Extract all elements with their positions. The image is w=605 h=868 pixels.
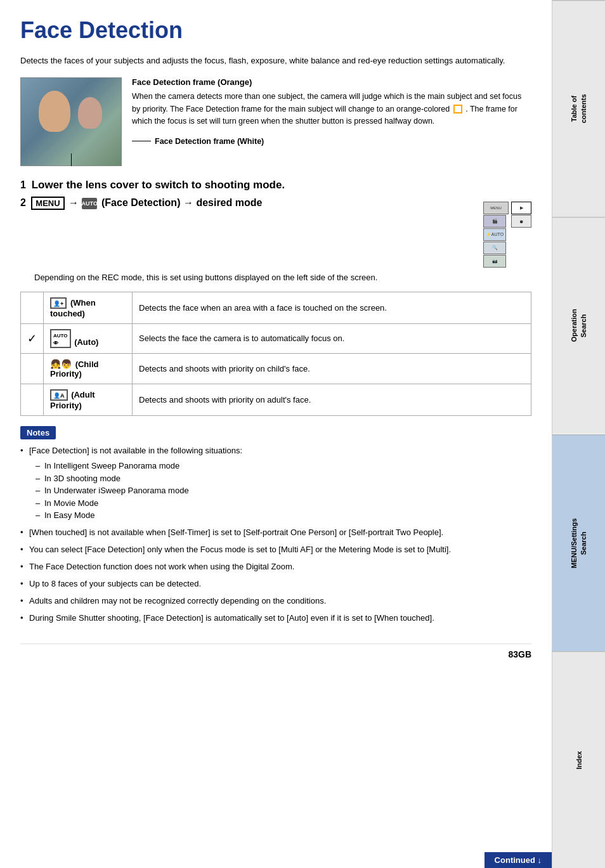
list-item: In 3D shooting mode [36,472,531,485]
continued-bar: Continued ↓ [485,852,552,868]
table-row: ✓ AUTO👁 (Auto) Selects the face the came… [21,323,531,353]
step2-number: 2 [20,197,26,208]
table-row: 👧👦 (ChildPriority) Detects and shoots wi… [21,353,531,384]
step1-number: 1 [20,179,26,190]
orange-frame-desc: Face Detection frame (Orange) When the c… [132,77,531,166]
white-frame-label: Face Detection frame (White) [155,137,264,146]
menu-button: MENU [31,197,64,210]
notes-list: [Face Detection] is not available in the… [20,444,531,625]
intro-text: Detects the faces of your subjects and a… [20,55,531,68]
page-footer: 83GB [20,644,531,659]
list-item: [Face Detection] is not available in the… [20,444,531,522]
step2: 2 MENU → AUTO👁 (Face Detection) → desire… [20,197,531,268]
image-desc-section: Face Detection frame (Orange) When the c… [20,77,531,166]
sidebar-tab-index[interactable]: Index [552,651,605,868]
list-item: The Face Detection function does not wor… [20,560,531,573]
table-row: 👤A (AdultPriority) Detects and shoots wi… [21,384,531,415]
list-item: [When touched] is not available when [Se… [20,526,531,539]
arrow2: → [183,197,196,208]
list-item: Up to 8 faces of your subjects can be de… [20,578,531,590]
orange-frame-text: When the camera detects more than one su… [132,91,531,127]
list-item: Adults and children may not be recognize… [20,595,531,607]
step2-subtext: Depending on the REC mode, this is set u… [34,271,531,284]
list-item: In Movie Mode [36,497,531,510]
detection-table: 👤+ (Whentouched) Detects the face when a… [20,292,531,416]
desired-mode: desired mode [196,197,262,208]
sub-list: In Intelligent Sweep Panorama mode In 3D… [36,460,531,522]
orange-frame-title: Face Detection frame (Orange) [132,77,531,87]
orange-frame-icon [453,105,462,113]
page-title: Face Detection [20,18,531,43]
list-item: In Easy Mode [36,509,531,522]
sidebar-tab-menu-settings-search[interactable]: MENU/SettingsSearch [552,434,605,651]
face-detection-label: (Face Detection) [101,197,180,208]
sidebar-tab-operation-search[interactable]: OperationSearch [552,217,605,434]
menu-screenshot: MENU 🎬 ⚡AUTO 🔍 📷 ▶ ⏺ [483,202,531,268]
notes-section: Notes [Face Detection] is not available … [20,426,531,625]
step2-text: 2 MENU → AUTO👁 (Face Detection) → desire… [20,197,476,210]
list-item: In Underwater iSweep Panorama mode [36,484,531,497]
sidebar-tab-table-of-contents[interactable]: Table ofcontents [552,0,605,217]
sidebar-tabs: Table ofcontents OperationSearch MENU/Se… [552,0,605,868]
camera-photo [20,77,122,166]
step1-text: Lower the lens cover to switch to shooti… [32,179,285,191]
white-frame-label-row: Face Detection frame (White) [132,137,531,146]
table-row: 👤+ (Whentouched) Detects the face when a… [21,292,531,323]
face-detect-icon: AUTO👁 [82,198,97,209]
list-item: In Intelligent Sweep Panorama mode [36,460,531,472]
page-number: 83GB [508,649,531,659]
arrow1: → [68,197,81,208]
notes-badge: Notes [20,426,56,439]
step1: 1 Lower the lens cover to switch to shoo… [20,179,531,191]
list-item: During Smile Shutter shooting, [Face Det… [20,612,531,625]
list-item: You can select [Face Detection] only whe… [20,543,531,556]
